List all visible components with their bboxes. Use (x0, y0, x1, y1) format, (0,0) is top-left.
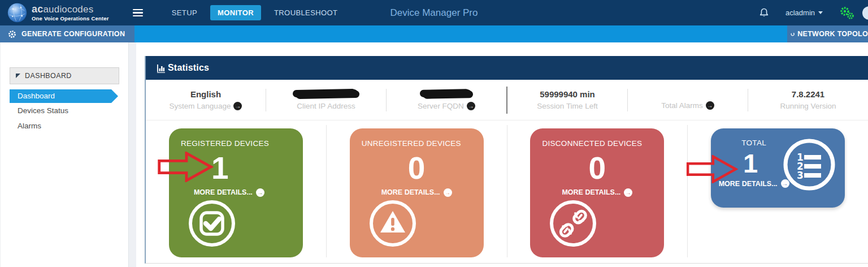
redacted-value (422, 89, 471, 98)
sidebar-section-dashboard[interactable]: DASHBOARD (10, 67, 119, 84)
brand-subtitle: One Voice Operations Center (32, 16, 109, 21)
more-details-link[interactable]: MORE DETAILS...→ (530, 188, 664, 197)
disconnected-devices-count: 0 (530, 152, 664, 185)
action-toolbar: GENERATE CONFIGURATION NETWORK TOPOLO (0, 25, 868, 42)
statistics-panel-header: Statistics (146, 56, 868, 80)
server-fqdn-label[interactable]: Server FQDN → (387, 102, 506, 110)
username: acladmin (785, 8, 815, 17)
client-ip-label: Client IP Address (297, 102, 355, 110)
help-avatar-icon-partial[interactable] (862, 6, 868, 20)
card-title: DISCONNECTED DEVICES (530, 139, 664, 148)
statistics-panel: Statistics English System Language → Cli… (145, 56, 868, 264)
arrow-circle-icon: → (256, 188, 264, 197)
unregistered-devices-card[interactable]: UNREGISTERED DEVICES 0 MORE DETAILS...→ (350, 128, 484, 257)
generate-configuration-button[interactable]: GENERATE CONFIGURATION (0, 25, 134, 42)
stats-strip: English System Language → Client IP Addr… (146, 80, 868, 120)
stat-session-time: 59999940 min Session Time Left (507, 89, 627, 110)
generate-configuration-label: GENERATE CONFIGURATION (21, 30, 125, 38)
arrow-circle-icon[interactable]: → (467, 102, 475, 110)
running-version-label: Running Version (780, 102, 836, 110)
registered-devices-count: 1 (153, 152, 287, 185)
unregistered-devices-count: 0 (350, 152, 484, 185)
globe-logo-icon (7, 2, 28, 23)
main-nav-tabs: SETUP MONITOR TROUBLESHOOT (164, 5, 345, 20)
total-devices-card[interactable]: TOTAL 1 MORE DETAILS...→ 123 (711, 128, 845, 208)
stat-running-version: 7.8.2241 Running Version (748, 89, 868, 110)
audiocodes-logo: acaudiocodes One Voice Operations Center (7, 2, 109, 23)
card-title: REGISTERED DEVICES (169, 139, 303, 148)
stat-server-fqdn: Server FQDN → (387, 89, 506, 110)
session-time-label: Session Time Left (537, 102, 597, 110)
arrow-circle-icon[interactable]: → (706, 101, 714, 110)
tab-setup[interactable]: SETUP (164, 5, 205, 20)
broken-link-circle-icon (549, 200, 597, 247)
bar-chart-icon (157, 63, 166, 73)
gear-icon (8, 30, 16, 38)
chevron-down-icon (818, 11, 823, 14)
user-menu[interactable]: acladmin (785, 8, 823, 17)
arrow-circle-icon: → (444, 188, 452, 197)
system-language-label[interactable]: System Language → (146, 102, 266, 110)
disconnected-devices-card[interactable]: DISCONNECTED DEVICES 0 MORE DETAILS...→ (530, 128, 664, 257)
sidebar-gutter (129, 42, 136, 267)
svg-text:3: 3 (797, 170, 804, 181)
sidebar-section-label: DASHBOARD (25, 72, 72, 80)
arrow-circle-icon[interactable]: → (233, 102, 242, 110)
statistics-title: Statistics (168, 63, 209, 73)
arrow-circle-icon: → (624, 188, 632, 197)
sidebar-item-dashboard[interactable]: Dashboard (10, 89, 118, 103)
card-title: UNREGISTERED DEVICES (350, 139, 484, 148)
notifications-bell-icon[interactable] (758, 7, 770, 19)
running-version-value: 7.8.2241 (748, 89, 868, 99)
warning-circle-icon (369, 200, 416, 247)
brand-name: acaudiocodes (32, 4, 109, 14)
accordion-triangle-icon (16, 74, 20, 78)
sidebar-item-alarms[interactable]: Alarms (1, 118, 128, 134)
refresh-icon (791, 30, 795, 38)
sidebar: DASHBOARD Dashboard Devices Status Alarm… (0, 42, 129, 267)
system-language-value: English (146, 89, 266, 99)
main-area: Statistics English System Language → Cli… (136, 42, 868, 267)
device-cards-row: REGISTERED DEVICES 1 MORE DETAILS...→ (146, 120, 868, 257)
session-time-value: 59999940 min (507, 89, 627, 99)
total-alarms-label[interactable]: Total Alarms → (628, 101, 748, 110)
sidebar-item-devices-status[interactable]: Devices Status (1, 103, 128, 118)
network-topology-button[interactable]: NETWORK TOPOLO (787, 25, 868, 42)
app-title: Device Manager Pro (0, 7, 868, 19)
numbered-list-circle-icon: 123 (782, 137, 836, 192)
more-details-link[interactable]: MORE DETAILS...→ (162, 188, 296, 197)
check-circle-icon (188, 200, 236, 247)
total-devices-count: 1 (708, 149, 793, 177)
stat-total-alarms: Total Alarms → (628, 90, 748, 110)
toolbar-spacer (134, 25, 787, 42)
system-gears-icon[interactable] (840, 6, 854, 20)
stat-client-ip: Client IP Address (266, 89, 386, 110)
registered-devices-card[interactable]: REGISTERED DEVICES 1 MORE DETAILS...→ (169, 128, 303, 257)
more-details-link[interactable]: MORE DETAILS...→ (350, 188, 484, 197)
top-navbar: acaudiocodes One Voice Operations Center… (0, 0, 868, 25)
redacted-value (294, 89, 358, 98)
network-topology-label: NETWORK TOPOLO (797, 30, 868, 38)
hamburger-menu-icon[interactable] (133, 7, 143, 19)
tab-troubleshoot[interactable]: TROUBLESHOOT (267, 5, 345, 20)
tab-monitor[interactable]: MONITOR (210, 5, 261, 20)
total-alarms-value (628, 90, 748, 98)
stat-system-language: English System Language → (146, 89, 266, 110)
